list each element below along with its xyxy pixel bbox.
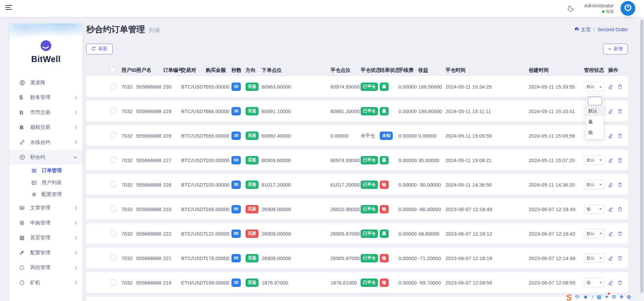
sidebar-item-config-manage[interactable]: 配置管理 <box>9 245 83 260</box>
control-select[interactable]: 默认 <box>584 82 605 91</box>
seconds-badge: 90 <box>231 205 241 213</box>
sidebar-item-channel[interactable]: 渠道商 <box>9 75 83 90</box>
sidebar-item-home-manage[interactable]: 首页管理 <box>9 231 83 246</box>
edit-button[interactable] <box>608 133 613 138</box>
control-select[interactable]: 默认 <box>584 253 605 263</box>
delete-button[interactable] <box>618 207 623 212</box>
row-checkbox[interactable] <box>110 206 116 212</box>
ime-icon[interactable]: ✦ <box>604 293 609 300</box>
row-checkbox[interactable] <box>110 157 116 163</box>
cell-fee: 0.00000 <box>398 84 418 90</box>
ime-icon[interactable]: ✿ <box>627 293 631 300</box>
edit-button[interactable] <box>608 280 613 285</box>
row-checkbox[interactable] <box>110 132 116 138</box>
sidebar-item-second-contract[interactable]: 秒合约 <box>9 150 83 165</box>
sidebar-item-perpetual[interactable]: 永续合约 <box>9 135 83 150</box>
sidebar-item-article[interactable]: 文章管理 <box>9 201 83 216</box>
sidebar-item-config-sub[interactable]: 配置管理 <box>9 189 83 201</box>
delete-button[interactable] <box>618 256 623 261</box>
ime-icon[interactable]: 中 <box>575 293 580 300</box>
control-select[interactable]: 默认 <box>584 229 605 238</box>
edit-button[interactable] <box>608 109 613 114</box>
sidebar-item-label: 配置管理 <box>42 191 77 198</box>
cell-user-id: 7032 <box>121 84 136 90</box>
cell-profit: 199.80000 <box>418 108 445 114</box>
row-checkbox[interactable] <box>110 108 116 114</box>
edit-button[interactable] <box>608 231 613 236</box>
ime-icon[interactable]: ▦ <box>597 293 601 300</box>
row-checkbox[interactable] <box>110 230 116 236</box>
chevron-left-icon <box>74 206 77 210</box>
sidebar-item-finance[interactable]: $财务管理 <box>9 90 83 105</box>
sidebar-item-option-trade[interactable]: ฿期权交易 <box>9 120 83 135</box>
chevron-left-icon <box>74 266 77 270</box>
ime-icon[interactable]: ❖ <box>619 293 624 300</box>
direction-badge: 买涨 <box>246 83 259 91</box>
dropdown-option-win[interactable]: 赢 <box>586 117 603 127</box>
sidebar-item-miner[interactable]: 矿机 <box>9 275 83 290</box>
table-row: 7032555666888221BTC/USDT178.0000090买涨269… <box>86 248 628 268</box>
control-select[interactable]: 默认 <box>584 180 605 189</box>
edit-button[interactable] <box>608 207 613 212</box>
chevron-left-icon <box>74 110 77 114</box>
scrollbar[interactable] <box>640 17 644 301</box>
scrollbar-thumb[interactable] <box>640 19 643 293</box>
control-select[interactable]: 输 <box>584 278 605 287</box>
cell-create-time: 2024-05-11 15:10:41 <box>529 108 584 114</box>
table-row: 7032555666888229BTC/USDT666.0000030买涨608… <box>86 101 628 121</box>
user-info: Administrator 在线 <box>584 3 614 14</box>
dropdown-option-default[interactable]: 默认 <box>586 106 603 116</box>
seconds-badge: 90 <box>231 254 241 262</box>
delete-button[interactable] <box>618 280 623 285</box>
column-header: 平仓状态 <box>361 67 380 73</box>
sidebar-item-subscribe[interactable]: 申购管理 <box>9 215 83 231</box>
control-select-value: 默认 <box>587 182 595 188</box>
ime-icon[interactable]: ⚙ <box>612 293 616 300</box>
edit-button[interactable] <box>608 182 613 187</box>
brand-logo: BitWell <box>9 23 83 67</box>
delete-button[interactable] <box>618 133 623 138</box>
sidebar-item-order-manage[interactable]: 订单管理 <box>9 165 83 177</box>
app-window: Administrator 在线 BitWell 渠道商$财务管理B币币交易฿期… <box>0 0 644 301</box>
select-all-checkbox[interactable] <box>110 67 116 72</box>
online-dot-icon <box>602 10 604 13</box>
cell-username: 555666888 <box>136 182 163 188</box>
cell-fee: 0.00000 <box>398 157 418 163</box>
dropdown-option-lose[interactable]: 输 <box>586 128 603 138</box>
close-status-badge: 已平仓 <box>361 254 378 262</box>
row-checkbox[interactable] <box>110 181 116 187</box>
add-button[interactable]: + 新增 <box>603 44 628 54</box>
delete-button[interactable] <box>618 84 623 89</box>
sidebar-item-user-list[interactable]: 用户列表 <box>9 177 83 189</box>
ime-icon[interactable]: ♪ <box>591 293 594 300</box>
delete-button[interactable] <box>618 109 623 114</box>
sidebar-item-risk-manage[interactable]: 风控管理 <box>9 260 83 275</box>
delete-button[interactable] <box>618 231 623 236</box>
delete-button[interactable] <box>618 182 623 187</box>
chevron-down-icon <box>599 159 602 161</box>
dark-mode-button[interactable] <box>568 4 575 13</box>
chevron-down-icon <box>599 233 602 235</box>
dropdown-search-input[interactable] <box>588 97 602 105</box>
menu-toggle-button[interactable] <box>5 5 12 10</box>
cell-open-point: 1876.97000 <box>262 280 330 286</box>
delete-button[interactable] <box>618 158 623 163</box>
cell-close-point: 1876.61000 <box>330 280 361 286</box>
control-select[interactable]: 默认 <box>584 155 605 165</box>
edit-button[interactable] <box>608 256 613 261</box>
table-row: 7032555666888222BTC/USDT122.0000090买跌269… <box>86 223 628 244</box>
column-header: 交易对 <box>181 67 206 73</box>
sidebar-item-spot-trade[interactable]: B币币交易 <box>9 105 83 120</box>
row-checkbox[interactable] <box>110 83 116 89</box>
edit-button[interactable] <box>608 84 613 89</box>
cell-close-time: 2023-06-07 12:18:12 <box>445 231 529 237</box>
row-checkbox[interactable] <box>110 255 116 261</box>
row-checkbox[interactable] <box>110 279 116 285</box>
ime-icon[interactable]: ☻ <box>583 293 588 300</box>
refresh-button[interactable]: 刷新 <box>86 44 113 54</box>
edit-button[interactable] <box>608 158 613 163</box>
breadcrumb-home[interactable]: 主页 <box>574 27 591 33</box>
user-avatar[interactable] <box>621 1 635 16</box>
column-header: 平仓点位 <box>330 67 361 73</box>
control-select[interactable]: 输 <box>584 204 605 214</box>
